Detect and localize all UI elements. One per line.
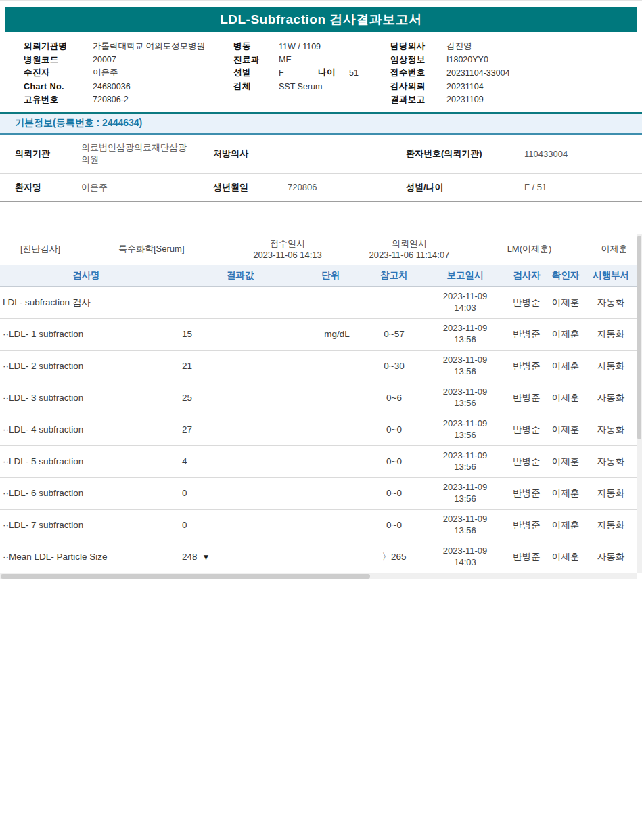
info-label: 접수번호 — [390, 67, 446, 79]
col-header-department: 시행부서 — [585, 269, 637, 282]
cell-confirmer: 이제훈 — [546, 519, 585, 531]
cell-department: 자동화 — [585, 296, 637, 309]
cell-confirmer: 이제훈 — [546, 456, 585, 468]
cell-tester: 반병준 — [507, 551, 546, 563]
table-row[interactable]: ··LDL- 6 subfraction 0 0~0 2023-11-0913:… — [0, 478, 637, 510]
cell-result-value: 0 — [173, 488, 284, 498]
cell-department: 자동화 — [585, 360, 637, 372]
specimen-reader: 이제훈 — [592, 243, 637, 255]
cell-test-name: ··LDL- 3 subfraction — [0, 393, 173, 403]
table-row[interactable]: ··LDL- 5 subfraction 4 0~0 2023-11-0913:… — [0, 446, 637, 478]
cell-department: 자동화 — [585, 392, 637, 404]
requested-label: 의뢰일시 — [352, 238, 467, 250]
report-title-bar: LDL-Subfraction 검사결과보고서 — [5, 7, 637, 32]
info-row: 검체SST Serum — [233, 80, 390, 93]
info-row: 병동11W / 1109 — [233, 40, 390, 53]
reported-time: 13:56 — [423, 334, 507, 346]
cell-department: 자동화 — [585, 424, 637, 436]
info-label: 병동 — [233, 41, 279, 52]
cell-reported: 2023-11-0913:56 — [423, 482, 507, 505]
cell-result-value: 0 — [173, 520, 284, 530]
header-info-left-column: 의뢰기관명가톨릭대학교 여의도성모병원 병원코드20007 수진자이은주 Cha… — [24, 40, 233, 106]
table-row[interactable]: ··LDL- 2 subfraction 21 0~30 2023-11-091… — [0, 351, 637, 382]
spacer — [0, 202, 642, 234]
info-row: 진료과ME — [233, 53, 390, 67]
cell-tester: 반병준 — [507, 392, 546, 404]
cell-tester: 반병준 — [507, 456, 546, 468]
field-label: 환자명 — [0, 181, 68, 194]
cell-result-value: 21 — [173, 361, 284, 371]
info-label: 성별 — [233, 67, 279, 79]
reported-time: 13:56 — [423, 366, 507, 378]
cell-tester: 반병준 — [507, 328, 546, 340]
cell-result-value: 15 — [173, 329, 284, 339]
cell-department: 자동화 — [585, 456, 637, 468]
field-label: 환자번호(의뢰기관) — [392, 148, 521, 160]
results-section: [진단검사] 특수화학[Serum] 접수일시 2023-11-06 14:13… — [0, 234, 642, 573]
cell-test-name: ··Mean LDL- Particle Size — [0, 552, 173, 562]
cell-department: 자동화 — [585, 551, 637, 563]
header-info-middle-column: 병동11W / 1109 진료과ME 성별F나이51 검체SST Serum — [233, 40, 390, 106]
cell-reference: 0~30 — [365, 361, 423, 371]
header-info-right-column: 담당의사김진영 임상정보I18020YY0 접수번호20231104-33004… — [390, 40, 642, 106]
result-value-text: 0 — [182, 488, 187, 498]
cell-reported: 2023-11-0913:56 — [423, 386, 507, 410]
info-value: 24680036 — [93, 82, 131, 91]
horizontal-scrollbar[interactable] — [0, 573, 637, 579]
info-row: 담당의사김진영 — [390, 40, 642, 53]
info-row: 수진자이은주 — [24, 66, 233, 80]
cell-tester: 반병준 — [507, 296, 546, 309]
info-row: 임상정보I18020YY0 — [390, 53, 642, 67]
cell-reference: 0~6 — [365, 393, 423, 403]
table-row[interactable]: ··LDL- 7 subfraction 0 0~0 2023-11-0913:… — [0, 510, 637, 541]
basic-info-section-title: 기본정보(등록번호 : 2444634) — [15, 117, 142, 129]
table-row[interactable]: ··LDL- 3 subfraction 25 0~6 2023-11-0913… — [0, 382, 637, 414]
specimen-received: 접수일시 2023-11-06 14:13 — [223, 238, 352, 261]
table-row[interactable]: LDL- subfraction 검사 2023-11-0914:03 반병준 … — [0, 287, 637, 319]
received-label: 접수일시 — [223, 238, 352, 250]
cell-result-value: 4 — [173, 456, 284, 466]
cell-confirmer: 이제훈 — [546, 487, 585, 500]
info-value: I18020YY0 — [446, 55, 488, 64]
cell-result-value: 27 — [173, 424, 284, 435]
info-row: 의뢰기관명가톨릭대학교 여의도성모병원 — [24, 40, 233, 53]
field-label: 성별/나이 — [392, 181, 521, 194]
table-row[interactable]: ··LDL- 4 subfraction 27 0~0 2023-11-0913… — [0, 414, 637, 446]
table-row[interactable]: ··LDL- 1 subfraction 15 mg/dL 0~57 2023-… — [0, 319, 637, 351]
info-row: 병원코드20007 — [24, 53, 233, 67]
cell-tester: 반병준 — [507, 360, 546, 372]
cell-reference: 0~0 — [365, 456, 423, 466]
horizontal-scrollbar-thumb[interactable] — [1, 574, 370, 579]
results-header-row: 검사명 결과값 단위 참고치 보고일시 검사자 확인자 시행부서 — [0, 265, 637, 287]
table-row[interactable]: ··Mean LDL- Particle Size 248▼ 〉265 2023… — [0, 541, 637, 573]
cell-department: 자동화 — [585, 487, 637, 500]
field-value: 720806 — [284, 182, 392, 192]
basic-info-section-header: 기본정보(등록번호 : 2444634) — [0, 114, 642, 135]
vertical-scrollbar-thumb[interactable] — [637, 236, 641, 439]
specimen-test-group: 특수화학[Serum] — [101, 243, 223, 255]
cell-test-name: ··LDL- 4 subfraction — [0, 424, 173, 435]
info-label: 진료과 — [233, 54, 279, 66]
info-value: 20231104-33004 — [446, 68, 510, 78]
result-value-text: 0 — [182, 520, 187, 530]
cell-reported: 2023-11-0913:56 — [423, 323, 507, 346]
info-row: 결과보고20231109 — [390, 93, 642, 106]
info-label: 결과보고 — [390, 94, 446, 106]
reported-time: 13:56 — [423, 525, 507, 537]
cell-confirmer: 이제훈 — [546, 551, 585, 563]
requested-datetime: 2023-11-06 11:14:07 — [352, 249, 467, 261]
info-value-age: 51 — [349, 68, 359, 78]
info-value: 이은주 — [93, 67, 118, 79]
info-label: Chart No. — [24, 82, 93, 91]
vertical-scrollbar[interactable] — [637, 234, 642, 573]
cell-reference: 〉265 — [365, 551, 423, 563]
cell-test-name: LDL- subfraction 검사 — [0, 296, 173, 309]
info-label: 임상정보 — [390, 54, 446, 66]
reported-time: 13:56 — [423, 493, 507, 505]
info-value: F — [279, 68, 318, 78]
low-flag-icon: ▼ — [202, 552, 210, 562]
cell-reference: 0~0 — [365, 488, 423, 498]
field-value: F / 51 — [521, 182, 642, 192]
cell-confirmer: 이제훈 — [546, 296, 585, 309]
cell-confirmer: 이제훈 — [546, 328, 585, 340]
